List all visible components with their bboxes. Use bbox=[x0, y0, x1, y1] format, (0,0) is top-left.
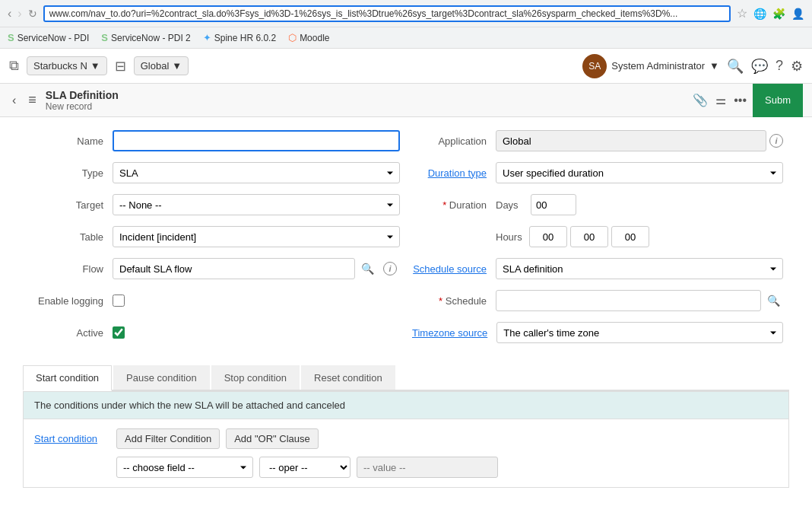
hours-input-group: Hours bbox=[496, 226, 783, 247]
add-filter-button[interactable]: Add Filter Condition bbox=[116, 428, 220, 449]
active-label: Active bbox=[29, 327, 113, 339]
bookmark-label3: Spine HR 6.0.2 bbox=[214, 33, 276, 43]
form-content: Name Type SLA OLA UC Target -- None -- bbox=[0, 117, 812, 519]
bookmarks-bar: S ServiceNow - PDI S ServiceNow - PDI 2 … bbox=[0, 27, 812, 49]
more-options-button[interactable]: ••• bbox=[734, 94, 747, 107]
page-subtitle: New record bbox=[46, 101, 119, 112]
form-settings-button[interactable]: ⚌ bbox=[715, 93, 726, 107]
hours-input-2[interactable] bbox=[570, 226, 608, 247]
app-selector[interactable]: Starbucks N ▼ bbox=[27, 56, 107, 75]
schedule-search-button[interactable]: 🔍 bbox=[764, 295, 783, 307]
timezone-source-row: Timezone source The caller's time zone S… bbox=[412, 321, 783, 344]
app-selector-chevron: ▼ bbox=[90, 60, 100, 72]
duration-input-group: Days bbox=[496, 194, 783, 215]
table-label: Table bbox=[29, 231, 113, 243]
table-row: Table Incident [incident] bbox=[29, 225, 400, 248]
tab-start-condition[interactable]: Start condition bbox=[23, 365, 112, 391]
browser-ext2-icon[interactable]: 🧩 bbox=[772, 8, 785, 20]
filter-field-select[interactable]: -- choose field -- bbox=[116, 457, 253, 478]
subnav-icons: 📎 ⚌ ••• bbox=[693, 93, 747, 107]
user-menu[interactable]: SA System Administrator ▼ bbox=[582, 54, 719, 78]
table-select[interactable]: Incident [incident] bbox=[113, 226, 400, 247]
user-avatar: SA bbox=[582, 54, 607, 78]
bookmark-moodle[interactable]: ⬡ Moodle bbox=[288, 32, 329, 43]
bookmark-snow-icon: S bbox=[8, 32, 14, 43]
conditions-header: The conditions under which the new SLA w… bbox=[24, 392, 788, 419]
browser-profile-icon[interactable]: 👤 bbox=[791, 8, 804, 20]
flow-row: Flow 🔍 i bbox=[29, 257, 400, 280]
type-select[interactable]: SLA OLA UC bbox=[113, 162, 400, 183]
browser-star-icon[interactable]: ☆ bbox=[737, 6, 747, 21]
active-checkbox[interactable] bbox=[113, 326, 125, 339]
search-button[interactable]: 🔍 bbox=[727, 58, 744, 75]
hours-row: Hours bbox=[412, 225, 783, 248]
submit-button[interactable]: Subm bbox=[753, 84, 803, 117]
scope-selector[interactable]: Global ▼ bbox=[134, 56, 189, 75]
start-condition-link[interactable]: Start condition bbox=[34, 433, 110, 444]
settings-button[interactable]: ⚙ bbox=[791, 58, 803, 75]
attachment-button[interactable]: 📎 bbox=[693, 93, 708, 107]
flow-info-icon: i bbox=[383, 262, 397, 275]
form-right-column: Application i Duration type User specifi… bbox=[406, 129, 789, 353]
bookmark-snow-pdi2[interactable]: S ServiceNow - PDI 2 bbox=[101, 32, 190, 43]
conditions-panel: The conditions under which the new SLA w… bbox=[23, 391, 789, 488]
target-select[interactable]: -- None -- bbox=[113, 194, 400, 215]
browser-forward-icon[interactable]: › bbox=[17, 7, 21, 21]
name-label: Name bbox=[29, 135, 113, 147]
menu-button[interactable]: ≡ bbox=[25, 89, 40, 111]
schedule-source-label[interactable]: Schedule source bbox=[412, 263, 496, 275]
app-selector-label: Starbucks N bbox=[33, 60, 87, 72]
sub-navigation: ‹ ≡ SLA Definition New record 📎 ⚌ ••• Su… bbox=[0, 84, 812, 117]
duration-days-input[interactable] bbox=[531, 194, 576, 215]
days-label: Days bbox=[496, 199, 526, 211]
browser-refresh-icon[interactable]: ↻ bbox=[28, 8, 37, 20]
bookmark-label: ServiceNow - PDI bbox=[17, 33, 90, 43]
duration-label: Duration bbox=[412, 199, 496, 211]
copy-icon[interactable]: ⧉ bbox=[9, 58, 19, 74]
enable-logging-row: Enable logging bbox=[29, 289, 400, 312]
scope-selector-chevron: ▼ bbox=[172, 60, 182, 72]
tab-reset-condition[interactable]: Reset condition bbox=[301, 365, 395, 390]
top-navigation: ⧉ Starbucks N ▼ ⊟ Global ▼ SA System Adm… bbox=[0, 49, 812, 84]
schedule-row: Schedule 🔍 bbox=[412, 289, 783, 312]
bookmark-spine[interactable]: ✦ Spine HR 6.0.2 bbox=[203, 32, 276, 43]
hours-input-1[interactable] bbox=[529, 226, 567, 247]
help-button[interactable]: ? bbox=[776, 58, 783, 74]
schedule-source-select[interactable]: SLA definition Task Caller bbox=[496, 258, 783, 279]
application-input bbox=[496, 130, 766, 151]
connect-button[interactable]: 💬 bbox=[751, 58, 768, 75]
tab-stop-condition[interactable]: Stop condition bbox=[211, 365, 300, 390]
tab-pause-condition[interactable]: Pause condition bbox=[113, 365, 210, 390]
filter-oper-select[interactable]: -- oper -- bbox=[259, 457, 350, 478]
bookmark-label4: Moodle bbox=[300, 33, 329, 43]
filter-value-input[interactable] bbox=[357, 457, 498, 478]
browser-back-icon[interactable]: ‹ bbox=[8, 7, 11, 21]
page-title-group: SLA Definition New record bbox=[46, 89, 119, 112]
browser-url-bar[interactable]: www.com/nav_to.do?uri=%2contract_sla.do%… bbox=[43, 5, 731, 22]
enable-logging-checkbox[interactable] bbox=[113, 295, 125, 307]
hours-input-3[interactable] bbox=[611, 226, 649, 247]
duration-row: Duration Days bbox=[412, 193, 783, 216]
name-input[interactable] bbox=[113, 130, 400, 151]
user-chevron-icon: ▼ bbox=[709, 60, 719, 72]
add-or-button[interactable]: Add "OR" Clause bbox=[226, 428, 319, 449]
split-icon[interactable]: ⊟ bbox=[115, 58, 126, 75]
timezone-source-label[interactable]: Timezone source bbox=[412, 327, 496, 339]
add-filter-row: Start condition Add Filter Condition Add… bbox=[34, 428, 778, 449]
scope-selector-label: Global bbox=[141, 60, 170, 72]
flow-input[interactable] bbox=[113, 258, 355, 279]
application-info-icon[interactable]: i bbox=[769, 134, 783, 148]
flow-info-button[interactable]: i bbox=[380, 262, 400, 275]
bookmark-snow-pdi[interactable]: S ServiceNow - PDI bbox=[8, 32, 89, 43]
browser-ext1-icon[interactable]: 🌐 bbox=[753, 8, 766, 20]
flow-label: Flow bbox=[29, 263, 113, 275]
duration-type-label[interactable]: Duration type bbox=[412, 167, 496, 179]
back-button[interactable]: ‹ bbox=[9, 91, 19, 110]
bookmark-snow2-icon: S bbox=[101, 32, 108, 43]
schedule-input[interactable] bbox=[496, 290, 761, 311]
bookmark-label2: ServiceNow - PDI 2 bbox=[111, 33, 191, 43]
duration-type-select[interactable]: User specified duration Fixed duration S… bbox=[496, 162, 783, 183]
type-row: Type SLA OLA UC bbox=[29, 161, 400, 184]
timezone-source-select[interactable]: The caller's time zone SLA definition Ta… bbox=[496, 322, 783, 343]
flow-search-button[interactable]: 🔍 bbox=[358, 263, 377, 275]
